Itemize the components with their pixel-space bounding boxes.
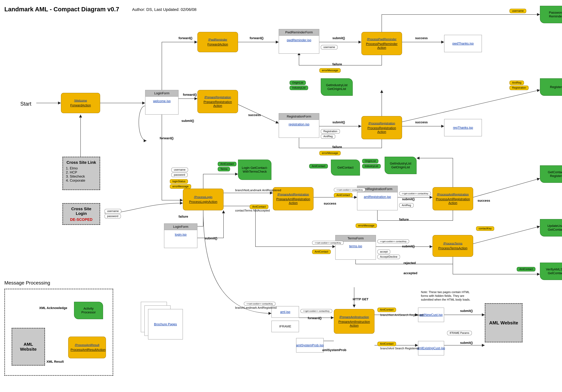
action-path: /ProcessRegistration bbox=[364, 122, 400, 125]
tag-username: username bbox=[171, 168, 188, 172]
box-cross-site-link: Cross Site Link 1. Elmo 2. HCP 3. Sitech… bbox=[62, 157, 100, 190]
tag-amlcontact: AmlContact bbox=[312, 250, 331, 254]
edge-success: success bbox=[415, 36, 428, 40]
tag-get-cookie: <<get-cookie>> contactKey bbox=[377, 239, 409, 243]
form-login2: LoginForm login.jsp bbox=[164, 223, 197, 248]
tag-errormessage: errorMessage bbox=[356, 223, 377, 228]
service-verify-aml-site: VerifyAMLSite GetContact bbox=[540, 263, 562, 280]
edge-failure: failure bbox=[332, 62, 342, 66]
action-path: /ProcessLogin bbox=[185, 196, 221, 199]
edge-failure: failure bbox=[178, 215, 188, 219]
action-proc-pwd-reminder: /ProcessPwdReminder ProcessPwdReminder A… bbox=[362, 32, 402, 55]
tag-contactkey: contactKey bbox=[476, 226, 494, 231]
form-page: welcome.jsp bbox=[145, 97, 178, 106]
action-proc-aml-reg: /ProcessAmlRegistration ProcessAmlRegist… bbox=[433, 187, 473, 210]
tag-industrylist: IndustryList bbox=[362, 164, 381, 168]
tag-amlcontact: AmlContact bbox=[517, 267, 535, 271]
edge-forward: forward() bbox=[183, 93, 197, 97]
tag-originlist: OriginList bbox=[290, 81, 306, 85]
action-name: ProcessAmlRegistration Action bbox=[435, 197, 471, 205]
edge-success: success bbox=[324, 202, 336, 206]
action-name: ProcessTermsAction bbox=[435, 246, 471, 250]
tag-amlreg: AmlReg bbox=[399, 203, 414, 208]
tag-password: password bbox=[171, 173, 188, 177]
form-page: login.jsp bbox=[164, 230, 197, 239]
tag-terms: Terms bbox=[218, 167, 230, 171]
action-name: ForwardAction bbox=[63, 104, 98, 107]
tag-username: username bbox=[105, 209, 121, 213]
tag-industrylist: IndustryList bbox=[290, 86, 308, 90]
form-title: LoginForm bbox=[145, 90, 178, 97]
box-title: Cross Site Link bbox=[66, 160, 97, 165]
service-register: Register bbox=[540, 78, 562, 96]
action-name: ForwardAction bbox=[200, 43, 236, 46]
box-aml-website-right: AML Website bbox=[485, 303, 523, 342]
tag-set-cookie: <<set-cookie>> contactKey bbox=[334, 188, 365, 192]
service-update-user: UpdateUser GetContact bbox=[540, 219, 562, 236]
action-welcome: /Welcome ForwardAction bbox=[61, 93, 100, 113]
page-aml-existing-cust: amlExistingCust.jsp bbox=[418, 341, 444, 356]
page-reg-thanks: regThanks.jsp bbox=[444, 119, 482, 136]
edge-branch-not-aml-search: branchNot AmlSearch Registered bbox=[380, 313, 403, 317]
action-proc-terms: /ProcessTerms ProcessTermsAction bbox=[433, 235, 473, 257]
page-brochure: Brochure Pages bbox=[148, 309, 183, 339]
action-prep-aml-instr: /PrepareAmlInstruction PrepareAmlInstruc… bbox=[334, 309, 375, 334]
item: 2. HCP bbox=[66, 170, 97, 174]
box-title: AML Website bbox=[15, 342, 42, 352]
action-proc-reg: /ProcessRegistration ProcessRegistration… bbox=[362, 116, 402, 139]
tag-amlcontact: AmlContact bbox=[250, 205, 268, 209]
tag-password: password bbox=[105, 214, 121, 219]
tag-errormessage: errorMessage bbox=[170, 184, 191, 189]
action-path: /PrepareAmlRegistration bbox=[275, 193, 311, 196]
edge-success: success bbox=[415, 120, 428, 124]
service-get-industry-origin: GetIndustryList GetOriginList bbox=[321, 78, 353, 96]
page-pwd-thanks: pwdThanks.jsp bbox=[444, 35, 482, 52]
note-text: Note: These two pages contain HTML forms… bbox=[421, 290, 475, 301]
box-aml-website-left: AML Website bbox=[12, 328, 45, 366]
tag-loginstatus: loginStatus bbox=[170, 179, 188, 184]
edge-submit: submit() bbox=[332, 120, 345, 124]
form-title: LoginForm bbox=[164, 224, 197, 230]
tag-registration: Registration bbox=[509, 86, 529, 90]
tag-amlreg: AmlReg bbox=[509, 81, 524, 85]
diagram-author: Author: DS, Last Updated: 02/06/08 bbox=[132, 7, 197, 12]
edge-forward: forward() bbox=[250, 36, 263, 40]
box-cross-site-login: Cross Site Login DE-SCOPED bbox=[62, 203, 100, 225]
tag-accept-decline: Accept/Decline bbox=[377, 255, 400, 259]
edge-failure: failure bbox=[399, 218, 409, 221]
form-page: registration.jsp bbox=[279, 120, 319, 129]
tag-username: username bbox=[509, 9, 526, 13]
tag-set-cookie: <<set-cookie>> contactKey bbox=[244, 302, 275, 306]
action-path: /ProcessTerms bbox=[435, 242, 471, 245]
action-name: ProcessLoginAction bbox=[185, 200, 221, 204]
section-msgproc-title: Message Processing bbox=[4, 280, 50, 286]
box-title: AML Website bbox=[489, 320, 518, 325]
form-title: PwdReminderForm bbox=[279, 29, 319, 36]
form-page: pwdReminder.jsp bbox=[279, 36, 319, 45]
edge-branch-landmark: branchLandmark AmlRegistered bbox=[235, 306, 269, 310]
edge-submit: submit() bbox=[460, 309, 473, 313]
item: 3. Sitecheck bbox=[66, 174, 97, 178]
service-login-check: Login GetContact-WithTermsCheck bbox=[238, 160, 271, 180]
tag-iframe-params: IFRAME Params bbox=[447, 331, 472, 335]
tag-amlcontact: AmlContact bbox=[377, 342, 396, 346]
box-title: Cross Site Login bbox=[66, 207, 97, 216]
action-name: PrepareRegistration Action bbox=[200, 100, 236, 108]
edge-forward: forward() bbox=[160, 136, 174, 140]
action-name: ProcessRegistration Action bbox=[364, 126, 400, 134]
start-label: Start bbox=[20, 101, 31, 107]
action-name: PrepareAmlRegistration Action bbox=[275, 197, 311, 205]
edge-submit: submit() bbox=[402, 197, 415, 201]
tag-amlcontact: AmlContact bbox=[309, 164, 328, 168]
tag-get-cookie: <<get-cookie>> contactKey bbox=[399, 192, 431, 196]
tag-errormessage: errorMessage bbox=[319, 68, 341, 73]
tag-get-cookie: <<get-cookie>> contactKey bbox=[300, 309, 332, 313]
tag-originlist: OriginList bbox=[362, 159, 378, 163]
item: 1. Elmo bbox=[66, 166, 97, 170]
form-title: RegistrationForm bbox=[279, 114, 319, 120]
edge-submit: submit() bbox=[205, 236, 217, 240]
action-path: /PrepareAmlInstruction bbox=[336, 315, 372, 319]
edge-xml-result: XML Result bbox=[47, 360, 64, 364]
form-page: amlRegistration.jsp bbox=[357, 192, 398, 201]
edge-http-get: HTTP GET bbox=[353, 297, 368, 301]
